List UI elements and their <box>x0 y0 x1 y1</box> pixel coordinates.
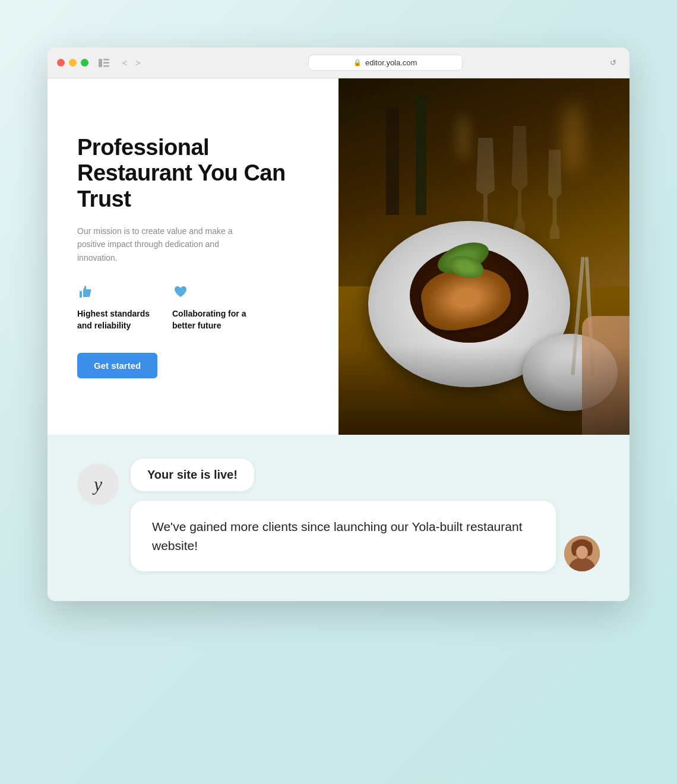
feature-2-text: Collaborating for a better future <box>172 308 249 331</box>
feature-1-text: Highest standards and reliability <box>77 308 154 331</box>
food-image <box>338 78 629 435</box>
feature-item-1: Highest standards and reliability <box>77 283 154 331</box>
maximize-button[interactable] <box>81 59 88 67</box>
hero-title: Professional Restaurant You Can Trust <box>77 135 309 213</box>
svg-rect-1 <box>103 59 109 61</box>
website-content: Professional Restaurant You Can Trust Ou… <box>48 78 629 435</box>
thumbs-up-icon <box>77 283 154 304</box>
image-overlay <box>338 346 629 435</box>
close-button[interactable] <box>57 59 65 67</box>
feature-item-2: Collaborating for a better future <box>172 283 249 331</box>
right-panel <box>338 78 629 435</box>
reload-button[interactable]: ↺ <box>610 58 616 67</box>
browser-chrome: < > 🔒 editor.yola.com ↺ <box>48 48 629 78</box>
yola-avatar: y <box>77 463 119 505</box>
address-bar[interactable]: 🔒 editor.yola.com <box>308 55 463 71</box>
nav-arrows: < > <box>119 57 143 69</box>
svg-rect-2 <box>103 62 109 64</box>
chat-section: y Your site is live! We've gained more c… <box>48 435 629 601</box>
minimize-button[interactable] <box>69 59 77 67</box>
lock-icon: 🔒 <box>353 59 362 67</box>
traffic-lights <box>57 59 88 67</box>
url-text: editor.yola.com <box>365 58 417 67</box>
testimonial-wrapper: We've gained more clients since launchin… <box>131 501 600 571</box>
svg-rect-3 <box>103 65 109 67</box>
features-row: Highest standards and reliability Collab… <box>77 283 309 331</box>
left-panel: Professional Restaurant You Can Trust Ou… <box>48 78 338 435</box>
chat-messages: Your site is live! We've gained more cli… <box>131 459 600 571</box>
testimonial-bubble: We've gained more clients since launchin… <box>131 501 556 571</box>
browser-window: < > 🔒 editor.yola.com ↺ Professional Res… <box>48 48 629 601</box>
address-bar-wrapper: 🔒 editor.yola.com ↺ <box>150 55 620 71</box>
hero-subtitle: Our mission is to create value and make … <box>77 225 243 264</box>
svg-point-10 <box>576 546 588 559</box>
forward-button[interactable]: > <box>132 57 143 69</box>
sidebar-toggle-icon[interactable] <box>96 57 112 69</box>
back-button[interactable]: < <box>119 57 130 69</box>
site-live-bubble: Your site is live! <box>131 459 254 491</box>
get-started-button[interactable]: Get started <box>77 353 157 378</box>
user-avatar <box>564 536 600 571</box>
svg-rect-0 <box>99 59 102 67</box>
heart-icon <box>172 283 249 304</box>
